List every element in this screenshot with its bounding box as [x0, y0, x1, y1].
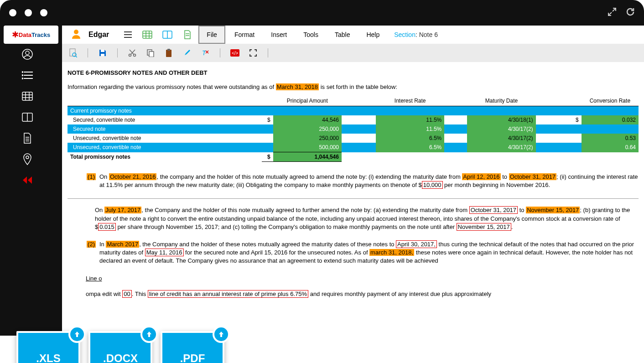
titlebar — [0, 0, 644, 26]
paste-icon[interactable] — [163, 47, 174, 58]
svg-line-34 — [76, 56, 77, 57]
section-label: Section: Note 6 — [394, 31, 438, 38]
menu-bar: Edgar File Format Insert Tools Table Hel… — [62, 26, 644, 44]
clear-format-icon[interactable]: T — [200, 47, 211, 58]
table-row: Secured, convertible note$44,54611.5%4/3… — [68, 115, 639, 124]
upload-docx[interactable]: .DOCX — [88, 331, 152, 363]
table-row: Secured note250,00011.5%4/30/17(2) — [68, 124, 639, 134]
logo-data: Data — [19, 31, 31, 38]
th-conversion: Conversion Rate — [582, 96, 639, 106]
note-2-text: In March 2017, the Company and the holde… — [99, 240, 639, 265]
logo-tracks: Tracks — [31, 31, 50, 38]
upload-cards: .XLS .DOCX .PDF — [16, 331, 224, 363]
svg-rect-43 — [166, 50, 171, 57]
note-1-num: (1) — [87, 173, 96, 180]
content-area: Edgar File Format Insert Tools Table Hel… — [62, 26, 644, 336]
svg-point-19 — [74, 30, 78, 34]
upload-arrow-icon — [140, 326, 158, 343]
save-icon[interactable] — [97, 47, 108, 58]
toolbar-list-icon[interactable] — [118, 28, 136, 41]
paintbrush-icon[interactable] — [182, 47, 192, 58]
table-section-current: Current promissory notes — [68, 106, 639, 116]
th-maturity: Maturity Date — [467, 96, 535, 106]
columns-icon[interactable] — [21, 111, 33, 123]
cut-icon[interactable] — [127, 47, 138, 58]
doc-intro: Information regarding the various promis… — [68, 83, 639, 90]
location-icon[interactable] — [21, 153, 33, 165]
svg-point-1 — [26, 51, 29, 55]
th-principal: Principal Amount — [273, 96, 342, 106]
document-icon[interactable] — [21, 132, 33, 144]
window-dot-1[interactable] — [9, 9, 16, 16]
user-icon — [71, 29, 81, 41]
svg-rect-23 — [143, 31, 152, 38]
svg-rect-44 — [167, 49, 170, 51]
svg-rect-35 — [101, 50, 104, 52]
svg-rect-36 — [101, 54, 104, 56]
svg-point-6 — [22, 75, 23, 76]
document-body: NOTE 6-PROMISSORY NOTES AND OTHER DEBT I… — [62, 62, 644, 306]
refresh-icon[interactable] — [626, 7, 635, 18]
doc-title: NOTE 6-PROMISSORY NOTES AND OTHER DEBT — [68, 69, 639, 76]
brand-name: Edgar — [88, 31, 109, 39]
menu-help[interactable]: Help — [359, 26, 387, 43]
promissory-table: Principal Amount Interest Rate Maturity … — [68, 96, 639, 162]
sidebar — [0, 44, 55, 186]
th-interest: Interest Rate — [376, 96, 444, 106]
menu-format[interactable]: Format — [227, 26, 262, 43]
date-highlight: March 31, 2018 — [276, 83, 319, 90]
list-icon[interactable] — [21, 69, 33, 81]
note-p2: On July 17, 2017, the Company and the ho… — [68, 206, 639, 231]
upload-arrow-icon — [213, 326, 230, 343]
toolbar-grid-icon[interactable] — [138, 28, 156, 41]
window-dot-2[interactable] — [25, 9, 32, 16]
toolbar-doc-icon[interactable] — [178, 28, 197, 41]
upload-pdf[interactable]: .PDF — [161, 331, 224, 363]
find-icon[interactable] — [68, 47, 78, 58]
toolbar: T </> — [62, 44, 644, 62]
loc-title: Line o — [86, 275, 102, 283]
rewind-icon[interactable] — [21, 174, 33, 186]
svg-rect-42 — [149, 52, 154, 57]
table-row: Unsecured, convertible note250,0006.5%4/… — [68, 134, 639, 143]
note-2-num: (2) — [87, 241, 96, 248]
logo: ✱ DataTracks — [4, 26, 58, 44]
window-dot-3[interactable] — [40, 9, 47, 16]
fullscreen-icon[interactable] — [248, 47, 259, 58]
menu-tools[interactable]: Tools — [296, 26, 326, 43]
grid-icon[interactable] — [21, 90, 33, 102]
code-icon[interactable]: </> — [229, 47, 240, 58]
note-1-text: On October 21, 2016, the company and the… — [99, 173, 639, 189]
copy-icon[interactable] — [145, 47, 156, 58]
menu-file[interactable]: File — [198, 26, 225, 44]
user-circle-icon[interactable] — [21, 48, 33, 60]
table-row: Unsecured, convertible note500,0006.5%4/… — [68, 143, 639, 152]
svg-text:</>: </> — [232, 51, 239, 56]
upload-arrow-icon — [68, 326, 86, 343]
total-label: Total promissory notes — [68, 152, 262, 162]
loc-text: ompa edit wit 00. This line of credit ha… — [68, 290, 639, 298]
menu-table[interactable]: Table — [327, 26, 357, 43]
notes-section: (1) On October 21, 2016, the company and… — [68, 173, 639, 298]
svg-point-5 — [22, 72, 23, 73]
svg-point-38 — [134, 54, 136, 57]
upload-xls[interactable]: .XLS — [16, 331, 80, 363]
svg-point-7 — [22, 78, 23, 79]
svg-point-37 — [129, 54, 131, 57]
menu-insert[interactable]: Insert — [264, 26, 294, 43]
expand-icon[interactable] — [608, 7, 617, 18]
svg-rect-8 — [22, 92, 32, 100]
svg-point-18 — [26, 156, 29, 159]
toolbar-columns-icon[interactable] — [158, 28, 177, 41]
